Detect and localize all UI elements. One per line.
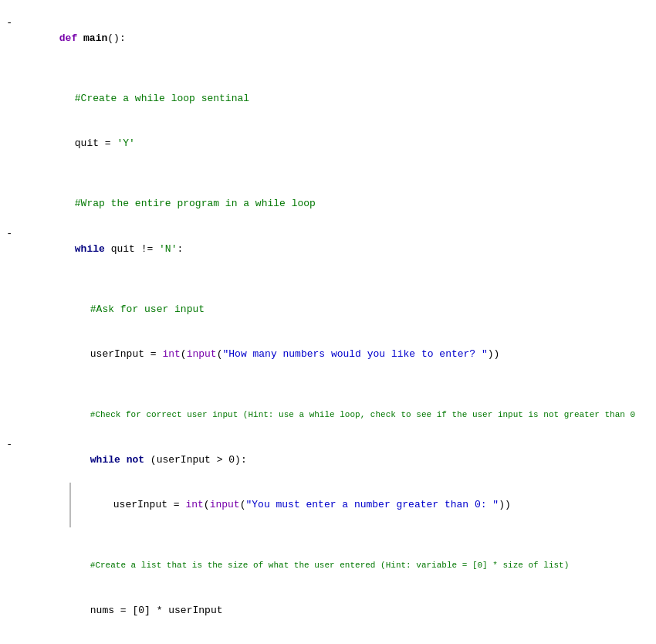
line-quit-assign: quit = 'Y' (0, 121, 656, 167)
string-how-many: "How many numbers would you like to ente… (222, 348, 487, 360)
code-editor: - def main(): #Create a while loop senti… (0, 8, 656, 644)
line-blank-6 (0, 633, 656, 645)
paren-open: ( (107, 32, 113, 44)
keyword-while-1: while (75, 243, 105, 255)
code-userinput-assign: userInput = int(input("How many numbers … (15, 332, 656, 378)
line-comment-check: #Check for correct user input (Hint: use… (0, 392, 656, 438)
comment-check: #Check for correct user input (Hint: use… (15, 392, 656, 438)
comment-text-sentinel: #Create a while loop sentinal (75, 93, 249, 104)
line-comment-wrap: #Wrap the entire program in a while loop (0, 181, 656, 227)
num-zero-2: 0 (138, 605, 144, 616)
paren-close: ) (113, 32, 120, 44)
string-y: 'Y' (117, 137, 134, 149)
keyword-while-2: while (90, 454, 120, 466)
line-comment-ask: #Ask for user input (0, 286, 656, 332)
line-user-input-assign: userInput = int(input("How many numbers … (0, 332, 656, 378)
comment-ask: #Ask for user input (15, 286, 656, 332)
gutter-minus-1: - (0, 15, 15, 31)
gutter-minus-2: - (0, 226, 15, 242)
var-quit: quit (75, 137, 99, 149)
keyword-def: def (59, 32, 83, 44)
line-blank-3 (0, 272, 656, 287)
line-while-quit: - while quit != 'N': (0, 226, 656, 272)
comment-text-list: #Create a list that is the size of what … (90, 561, 570, 570)
line-while-not: - while not (userInput > 0): (0, 437, 656, 483)
var-nums: nums (90, 605, 114, 616)
comment-text-ask: #Ask for user input (90, 303, 205, 315)
gutter-minus-3: - (0, 437, 15, 452)
comment-text-check: #Check for correct user input (Hint: use… (90, 410, 635, 419)
string-must-enter: "You must enter a number greater than 0:… (245, 499, 499, 510)
line-blank-4 (0, 377, 656, 392)
comment-list: #Create a list that is the size of what … (15, 543, 656, 588)
code-userinput-must: userInput = int(input("You must enter a … (69, 483, 656, 528)
line-blank-2 (0, 166, 656, 181)
code-quit-y: quit = 'Y' (15, 121, 656, 167)
code-nums-assign: nums = [0] * userInput (15, 588, 656, 633)
colon: : (120, 32, 126, 44)
var-userinput-2: userInput (113, 499, 167, 510)
code-while-not: while not (userInput > 0): (15, 437, 656, 483)
keyword-not: not (127, 454, 144, 466)
code-line-def: def main(): (15, 15, 656, 61)
string-n: 'N' (159, 243, 177, 255)
fn-main: main (83, 32, 107, 44)
fn-int-2: int (185, 499, 203, 510)
line-comment-sentinel: #Create a while loop sentinal (0, 76, 656, 121)
fn-input-2: input (210, 499, 240, 510)
comment-wrap: #Wrap the entire program in a while loop (15, 181, 656, 227)
fn-int-1: int (162, 348, 180, 360)
comment-sentinel: #Create a while loop sentinal (15, 76, 656, 121)
line-def-main: - def main(): (0, 15, 656, 61)
line-user-input-must: userInput = int(input("You must enter a … (0, 483, 656, 528)
comment-text-wrap: #Wrap the entire program in a while loop (75, 198, 316, 209)
num-zero-1: 0 (228, 454, 235, 466)
fn-input-1: input (187, 348, 217, 360)
line-blank-1 (0, 61, 656, 76)
code-while-quit: while quit != 'N': (15, 226, 656, 272)
line-nums-assign: nums = [0] * userInput (0, 588, 656, 633)
line-blank-5 (0, 527, 656, 543)
var-userinput-1: userInput (90, 348, 144, 360)
line-comment-list: #Create a list that is the size of what … (0, 543, 656, 588)
